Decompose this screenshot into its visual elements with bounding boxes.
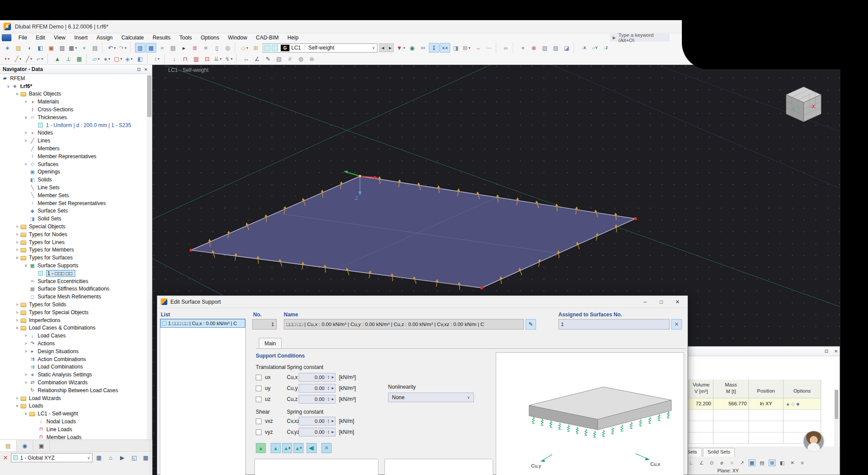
- work-plane-alt-icon[interactable]: ◧: [779, 459, 786, 466]
- console-icon[interactable]: ▸: [179, 43, 189, 53]
- view-edit-icon[interactable]: ▨: [550, 43, 561, 53]
- avatar[interactable]: [803, 430, 825, 452]
- tree-expander-icon[interactable]: >: [14, 240, 21, 245]
- uy-checkbox[interactable]: [256, 386, 261, 391]
- redo-icon[interactable]: ↷▼: [118, 43, 128, 53]
- tree-item-design-situations[interactable]: >▸Design Situations: [0, 347, 146, 355]
- free-load-icon[interactable]: ⇊▼: [213, 54, 223, 64]
- table-header-mass[interactable]: MassM [t]: [713, 379, 748, 398]
- locator-icon[interactable]: ◎: [222, 43, 233, 53]
- load-case-dropdown-icon[interactable]: ∨: [370, 46, 377, 50]
- tree-item-types-for-nodes[interactable]: >Types for Nodes: [0, 230, 146, 238]
- insert-opening-icon[interactable]: ▢▼: [113, 54, 123, 64]
- edit-model-data-icon[interactable]: ▣: [46, 43, 56, 53]
- tree-expander-icon[interactable]: >: [22, 162, 29, 167]
- member-load-icon[interactable]: ▥: [191, 54, 201, 64]
- uz-checkbox[interactable]: [256, 397, 261, 402]
- navigator-close-button[interactable]: ✕: [142, 66, 149, 73]
- copy-entry-icon[interactable]: ▤: [90, 43, 100, 53]
- select-surfaces-button[interactable]: ✕: [671, 319, 682, 330]
- tree-expander-icon[interactable]: >: [22, 372, 29, 377]
- insert-solid-icon-dropdown[interactable]: ▼: [108, 57, 111, 60]
- support-fixed-preset-button[interactable]: ▲: [271, 443, 281, 453]
- tree-item-static-analysis-settings[interactable]: >∗Static Analysis Settings: [0, 371, 146, 379]
- vyz-checkbox[interactable]: [256, 429, 261, 435]
- grid-object-icon[interactable]: #: [285, 54, 295, 64]
- tree-item-surfaces[interactable]: >◇Surfaces: [0, 160, 146, 168]
- tree-expander-icon[interactable]: ∨: [14, 92, 21, 96]
- numbering-icon[interactable]: xx: [418, 43, 428, 53]
- menu-item-cad-bim[interactable]: CAD-BIM: [251, 34, 283, 42]
- hatch-icon[interactable]: ▧: [274, 54, 284, 64]
- nodal-load-icon[interactable]: ↓: [169, 54, 180, 64]
- tree-item-imperfections[interactable]: >Imperfections: [0, 316, 146, 324]
- filter-icon[interactable]: ▼▼: [396, 43, 406, 53]
- tree-item-loads[interactable]: ∨Loads: [0, 402, 146, 410]
- tree-item-actions[interactable]: >↷Actions: [0, 340, 146, 347]
- tree-item-lines[interactable]: >╱Lines: [0, 137, 146, 145]
- annotate-icon[interactable]: ✎: [263, 54, 273, 64]
- insert-node-icon-dropdown[interactable]: ▼: [7, 57, 10, 60]
- view-neg-y-icon[interactable]: ↓-Y: [589, 43, 600, 53]
- results-display-icon[interactable]: →: [473, 43, 483, 53]
- rename-button[interactable]: ✎: [526, 319, 536, 330]
- tree-item-nodal-loads[interactable]: ↓Nodal Loads: [0, 418, 146, 425]
- insert-line-icon-dropdown[interactable]: ▼: [19, 57, 22, 60]
- move-coordinate-system-button[interactable]: ⌂: [106, 453, 116, 463]
- tree-expander-icon[interactable]: >: [14, 396, 21, 401]
- guide-object-icon[interactable]: ≀▼: [152, 54, 162, 64]
- next-load-case-button[interactable]: ▶: [387, 43, 394, 52]
- insert-section-icon[interactable]: ◈▼: [124, 54, 134, 64]
- draw-surface-icon-dropdown[interactable]: ▼: [246, 46, 249, 50]
- tree-expander-icon[interactable]: >: [22, 349, 29, 354]
- connect-icon[interactable]: ∞: [501, 43, 511, 53]
- assigned-surfaces-field[interactable]: 1: [558, 319, 670, 330]
- support-list[interactable]: 1 □□□ □□ | Cu,x : 0.00 kN/m³ | C: [160, 319, 246, 475]
- table-header-volume[interactable]: VolumeV [m³]: [689, 379, 713, 398]
- view-z-icon[interactable]: ↓Z: [600, 43, 611, 53]
- spring-value[interactable]: 0.00: [299, 397, 326, 402]
- Cu,z-spring-input[interactable]: 0.00▲▼▶: [299, 395, 335, 404]
- tables-toggle-icon[interactable]: ▦: [146, 43, 156, 53]
- support-y-preset-button[interactable]: ▲Y: [293, 443, 303, 453]
- tree-item-types-for-special-objects[interactable]: >Types for Special Objects: [0, 308, 146, 316]
- tree-item-types-for-lines[interactable]: >Types for Lines: [0, 238, 146, 246]
- coordinate-system-combo[interactable]: 1 - Global XYZ ∨: [11, 453, 92, 462]
- tables-float-button[interactable]: ⊡: [823, 348, 830, 354]
- add-box-icon[interactable]: ⊞: [251, 43, 261, 53]
- navigator-scrollbar-thumb[interactable]: [147, 75, 152, 117]
- tree-item-openings[interactable]: ▣Openings: [0, 168, 146, 176]
- tree-expander-icon[interactable]: ∨: [5, 84, 12, 89]
- spinner-arrows[interactable]: ▲▼: [326, 430, 331, 434]
- tree-item-types-for-solids[interactable]: >Types for Solids: [0, 301, 146, 308]
- tree-item-basic-objects[interactable]: ∨Basic Objects: [0, 90, 146, 98]
- node-corner-4[interactable]: [480, 287, 483, 289]
- tree-expander-icon[interactable]: >: [22, 333, 29, 338]
- spinner-arrows[interactable]: ▲▼: [326, 419, 331, 423]
- tables-close-button[interactable]: ✕: [833, 348, 840, 354]
- node-corner-1[interactable]: [190, 249, 192, 252]
- script-editor-icon[interactable]: ≣: [190, 43, 200, 53]
- diagram-view-icon[interactable]: ≈: [157, 43, 167, 53]
- tree-expander-icon[interactable]: ∨: [14, 404, 21, 408]
- grid-snap-icon[interactable]: ▦: [748, 459, 755, 466]
- tree-item-load-wizards[interactable]: >Load Wizards: [0, 394, 146, 402]
- tree-item-types-for-surfaces[interactable]: ∨Types for Surfaces: [0, 254, 146, 262]
- tree-item-solid-sets[interactable]: ◨Solid Sets: [0, 215, 146, 223]
- redo-icon-dropdown[interactable]: ▼: [124, 46, 127, 50]
- detail-arrow-icon[interactable]: ▶: [331, 376, 335, 379]
- list-settings-icon[interactable]: ≡: [799, 459, 806, 466]
- tree-item-line-loads[interactable]: ⊓Line Loads: [0, 425, 146, 433]
- menu-item-tools[interactable]: Tools: [175, 34, 196, 42]
- previous-load-case-button[interactable]: ◀: [379, 43, 386, 52]
- tree-expander-icon[interactable]: >: [14, 318, 21, 323]
- ux-checkbox[interactable]: [256, 375, 261, 380]
- navigator-float-button[interactable]: ⊡: [135, 66, 142, 73]
- table-row-empty[interactable]: [677, 410, 821, 421]
- cell-options-icons[interactable]: ▲ ◇ ◆: [786, 398, 800, 409]
- tree-item-surface-stiffness-modifications[interactable]: ▩Surface Stiffness Modifications: [0, 285, 146, 293]
- menu-item-insert[interactable]: Insert: [70, 34, 92, 42]
- tab-main[interactable]: Main: [259, 338, 282, 349]
- surface-support-icon[interactable]: ▦: [74, 54, 85, 64]
- spring-value[interactable]: 0.00: [299, 386, 326, 391]
